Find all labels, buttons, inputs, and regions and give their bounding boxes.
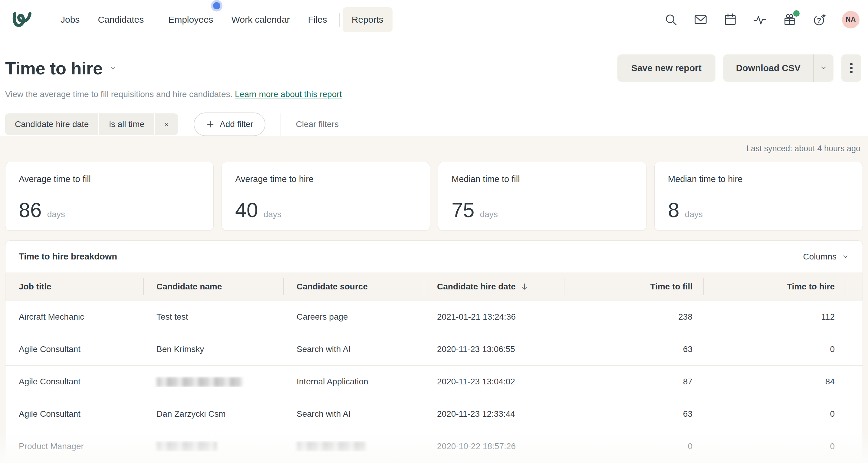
stat-value: 8 (668, 198, 679, 222)
cell-candidate-source (283, 441, 424, 452)
help-icon[interactable]: ? (812, 13, 826, 27)
cell-time-to-fill: 0 (564, 441, 703, 451)
columns-dropdown-button[interactable]: Columns (803, 252, 849, 262)
cell-job-title: Aircraft Mechanic (5, 312, 143, 322)
nav-item-employees[interactable]: Employees (159, 7, 222, 32)
stat-cards: Average time to fill 86 days Average tim… (5, 162, 863, 231)
learn-more-link[interactable]: Learn more about this report (235, 90, 342, 99)
cell-candidate-source: Search with AI (283, 344, 424, 354)
cell-candidate-hire-date: 2020-11-23 13:04:02 (424, 377, 564, 387)
search-icon[interactable] (664, 13, 678, 27)
column-header-candidate-hire-date[interactable]: Candidate hire date (424, 272, 564, 301)
stat-unit: days (264, 209, 281, 219)
column-header-time-to-hire[interactable]: Time to hire (703, 272, 846, 301)
report-body: Last synced: about 4 hours ago Average t… (0, 136, 868, 463)
filter-chip-field[interactable]: Candidate hire date (5, 113, 98, 135)
cell-candidate-source: Careers page (283, 312, 424, 322)
more-actions-kebab-button[interactable] (841, 55, 861, 81)
table-row[interactable]: Agile ConsultantInternal Application2020… (5, 366, 863, 398)
top-nav: Jobs Candidates Employees Work calendar … (0, 0, 868, 39)
column-header-candidate-name[interactable]: Candidate name (143, 272, 283, 301)
report-description: View the average time to fill requisitio… (5, 90, 861, 99)
nav-item-label: Employees (168, 14, 213, 25)
gift-badge (793, 10, 800, 16)
gift-icon[interactable] (783, 13, 797, 27)
report-switcher-caret-icon[interactable] (108, 64, 118, 73)
redacted-text (156, 442, 217, 452)
cell-time-to-fill: 63 (564, 409, 703, 419)
add-filter-label: Add filter (220, 120, 253, 129)
cell-candidate-hire-date: 2020-11-23 12:33:44 (424, 409, 564, 419)
nav-item-work-calendar[interactable]: Work calendar (222, 7, 299, 32)
stat-unit: days (685, 209, 703, 219)
svg-text:?: ? (817, 16, 822, 24)
chevron-down-icon[interactable] (813, 55, 834, 81)
column-header-candidate-source[interactable]: Candidate source (283, 272, 424, 301)
cell-time-to-fill: 87 (564, 377, 703, 387)
cell-candidate-source: Internal Application (283, 377, 424, 387)
table-header-row: Job title Candidate name Candidate sourc… (5, 272, 863, 301)
column-header-time-to-fill[interactable]: Time to fill (564, 272, 703, 301)
download-csv-button[interactable]: Download CSV (723, 55, 834, 81)
redacted-text (297, 442, 366, 452)
cell-candidate-name: Test test (143, 312, 283, 322)
cell-candidate-source: Search with AI (283, 409, 424, 419)
stat-value: 40 (235, 198, 258, 222)
table-row[interactable]: Aircraft MechanicTest testCareers page20… (5, 301, 863, 333)
chevron-down-icon (841, 253, 849, 261)
column-header-job-title[interactable]: Job title (5, 272, 143, 301)
cell-job-title: Agile Consultant (5, 377, 143, 387)
avatar[interactable]: NA (842, 11, 860, 28)
calendar-icon[interactable] (723, 13, 737, 27)
cell-candidate-hire-date: 2020-11-23 13:06:55 (424, 344, 564, 354)
clear-filters-button[interactable]: Clear filters (296, 120, 339, 129)
sort-desc-icon (520, 282, 529, 291)
cell-job-title: Agile Consultant (5, 344, 143, 354)
stat-unit: days (480, 209, 498, 219)
table-row[interactable]: Agile ConsultantBen KrimskySearch with A… (5, 333, 863, 366)
columns-label: Columns (803, 252, 837, 262)
cell-time-to-fill: 63 (564, 344, 703, 354)
nav-links: Jobs Candidates Employees Work calendar … (52, 7, 393, 32)
cell-time-to-hire: 0 (703, 441, 846, 451)
table-row[interactable]: Product Manager2020-10-22 18:57:2600 (5, 430, 863, 463)
page-title: Time to hire (5, 58, 102, 78)
table-row[interactable]: Agile ConsultantDan Zarzycki CsmSearch w… (5, 398, 863, 430)
cell-candidate-name (143, 376, 283, 387)
cell-candidate-name (143, 441, 283, 452)
filter-divider (281, 113, 281, 136)
cell-time-to-hire: 84 (703, 377, 846, 387)
stat-unit: days (47, 209, 65, 219)
stat-value: 75 (452, 198, 474, 222)
stat-value: 86 (19, 198, 42, 222)
nav-item-reports[interactable]: Reports (343, 7, 393, 32)
breakdown-table-card: Time to hire breakdown Columns Job title… (5, 240, 863, 463)
nav-item-files[interactable]: Files (299, 7, 336, 32)
mail-icon[interactable] (694, 13, 708, 27)
save-new-report-button[interactable]: Save new report (617, 55, 715, 81)
column-label: Candidate hire date (437, 282, 516, 292)
add-filter-button[interactable]: Add filter (194, 112, 266, 136)
nav-icon-bar: ? NA (664, 11, 860, 28)
cell-candidate-name: Dan Zarzycki Csm (143, 409, 283, 419)
cell-candidate-name: Ben Krimsky (143, 344, 283, 354)
filter-chip-remove-icon[interactable] (155, 113, 178, 135)
stat-card-average-time-to-fill: Average time to fill 86 days (5, 162, 214, 231)
stat-label: Average time to fill (19, 174, 200, 184)
nav-divider (339, 13, 340, 27)
nav-item-jobs[interactable]: Jobs (52, 7, 89, 32)
notification-dot (211, 0, 222, 11)
cell-time-to-hire: 0 (703, 409, 846, 419)
workable-logo[interactable] (12, 9, 36, 30)
stat-card-average-time-to-hire: Average time to hire 40 days (221, 162, 430, 231)
download-csv-label[interactable]: Download CSV (723, 55, 813, 81)
nav-item-candidates[interactable]: Candidates (89, 7, 153, 32)
cell-job-title: Agile Consultant (5, 409, 143, 419)
stat-card-median-time-to-hire: Median time to hire 8 days (654, 162, 863, 231)
stat-card-median-time-to-fill: Median time to fill 75 days (438, 162, 647, 231)
column-header-stub (846, 272, 863, 301)
activity-icon[interactable] (753, 13, 767, 27)
last-synced-status: Last synced: about 4 hours ago (5, 136, 863, 153)
plus-icon (206, 120, 215, 129)
filter-chip-value[interactable]: is all time (99, 113, 154, 135)
